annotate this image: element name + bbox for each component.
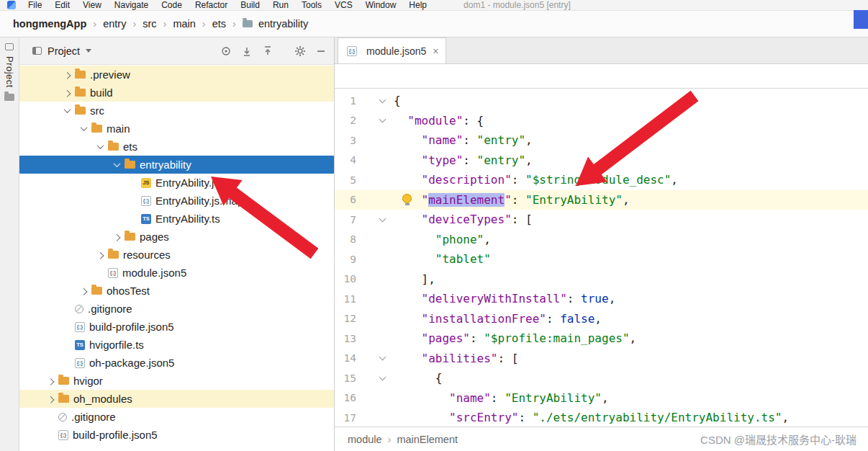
code-line-8[interactable]: 8 "phone", xyxy=(335,230,868,250)
line-number[interactable]: 4 xyxy=(335,154,356,166)
line-number[interactable]: 11 xyxy=(335,293,356,305)
fold-marker-icon[interactable] xyxy=(379,96,386,103)
code-line-11[interactable]: 11 "deliveryWithInstall": true, xyxy=(335,289,868,309)
intention-bulb-icon[interactable] xyxy=(402,194,412,203)
breadcrumb-item-hongmengapp[interactable]: hongmengApp xyxy=(12,18,88,30)
chevron-right-icon[interactable] xyxy=(45,396,57,401)
chevron-right-icon[interactable] xyxy=(94,252,107,257)
tree-item-hvigorfile-ts[interactable]: TShvigorfile.ts xyxy=(19,336,334,354)
code-line-4[interactable]: 4 "type": "entry", xyxy=(335,151,868,171)
line-number[interactable]: 16 xyxy=(335,392,356,403)
menu-item-edit[interactable]: Edit xyxy=(48,0,76,10)
tree-item-resources[interactable]: resources xyxy=(19,246,334,264)
menu-item-code[interactable]: Code xyxy=(155,0,189,10)
tree-item-src[interactable]: src xyxy=(19,102,334,120)
line-number[interactable]: 1 xyxy=(335,95,356,107)
line-number[interactable]: 12 xyxy=(335,313,356,324)
chevron-right-icon[interactable] xyxy=(45,378,57,383)
tree-item-oh-modules[interactable]: oh_modules xyxy=(19,390,334,408)
fold-marker-icon[interactable] xyxy=(379,354,386,361)
fold-marker-icon[interactable] xyxy=(379,116,386,123)
code-line-13[interactable]: 13 "pages": "$profile:main_pages", xyxy=(335,329,868,349)
fold-marker-icon[interactable] xyxy=(379,215,386,222)
line-number[interactable]: 3 xyxy=(335,135,356,146)
code-line-10[interactable]: 10 ], xyxy=(335,269,868,290)
code-line-3[interactable]: 3 "name": "entry", xyxy=(335,130,868,151)
tree-item-entryability-js-map[interactable]: {;}EntryAbility.js.map xyxy=(19,192,334,210)
tree-item-ets[interactable]: ets xyxy=(19,138,334,156)
menu-item-run[interactable]: Run xyxy=(266,0,295,10)
chevron-right-icon[interactable] xyxy=(111,234,123,239)
tree-item-main[interactable]: main xyxy=(19,120,334,138)
tree-item-entryability[interactable]: entryability xyxy=(19,156,334,174)
chevron-right-icon[interactable] xyxy=(78,288,90,293)
chevron-right-icon[interactable] xyxy=(61,90,73,95)
tree-item-build-profile-json5[interactable]: {;}build-profile.json5 xyxy=(19,318,334,336)
menu-item-help[interactable]: Help xyxy=(402,0,433,10)
code-line-14[interactable]: 14 "abilities": [ xyxy=(335,349,868,369)
menu-item-navigate[interactable]: Navigate xyxy=(108,0,155,10)
tree-item-build[interactable]: build xyxy=(19,84,334,102)
code-line-16[interactable]: 16 "name": "EntryAbility", xyxy=(335,388,868,408)
tree-item-build-profile-json5[interactable]: {;}build-profile.json5 xyxy=(19,426,334,444)
code-line-15[interactable]: 15 { xyxy=(335,368,868,388)
line-number[interactable]: 17 xyxy=(335,412,356,424)
line-number[interactable]: 8 xyxy=(335,233,356,245)
tree-item-pages[interactable]: pages xyxy=(19,228,334,246)
code-line-1[interactable]: 1{ xyxy=(335,91,868,111)
line-number[interactable]: 15 xyxy=(335,372,356,384)
code-line-6[interactable]: 6 "mainElement": "EntryAbility", xyxy=(335,190,868,210)
breadcrumb-item-main[interactable]: main xyxy=(171,18,196,30)
line-number[interactable]: 7 xyxy=(335,214,356,226)
settings-icon[interactable] xyxy=(294,45,306,57)
code-line-5[interactable]: 5 "description": "$string:module_desc", xyxy=(335,170,868,190)
close-icon[interactable]: × xyxy=(433,45,438,57)
tree-item-oh-package-json5[interactable]: {;}oh-package.json5 xyxy=(19,354,334,372)
tree-item-ohostest[interactable]: ohosTest xyxy=(19,282,334,300)
select-opened-file-icon[interactable] xyxy=(220,45,232,57)
code-line-9[interactable]: 9 "tablet" xyxy=(335,249,868,269)
menu-item-window[interactable]: Window xyxy=(359,0,403,10)
chevron-down-icon[interactable] xyxy=(111,162,123,167)
line-number[interactable]: 6 xyxy=(335,194,356,205)
menu-item-vcs[interactable]: VCS xyxy=(328,0,359,10)
tree-item-entryability-js[interactable]: JSEntryAbility.js xyxy=(19,174,334,192)
line-number[interactable]: 10 xyxy=(335,273,356,285)
line-number[interactable]: 14 xyxy=(335,352,356,364)
chevron-down-icon[interactable] xyxy=(61,108,73,113)
code-line-7[interactable]: 7 "deviceTypes": [ xyxy=(335,210,868,230)
breadcrumb-item-entry[interactable]: entry xyxy=(101,18,127,30)
tree-item--gitignore[interactable]: .gitignore xyxy=(19,408,334,426)
chevron-down-icon[interactable] xyxy=(94,144,107,149)
expand-all-icon[interactable] xyxy=(240,45,253,57)
project-panel-title[interactable]: Project xyxy=(48,45,80,57)
line-number[interactable]: 5 xyxy=(335,174,356,186)
collapse-all-icon[interactable] xyxy=(261,45,273,57)
breadcrumb-item-ets[interactable]: ets xyxy=(211,18,227,30)
tree-item-entryability-ts[interactable]: TSEntryAbility.ts xyxy=(19,210,334,228)
tree-item--gitignore[interactable]: .gitignore xyxy=(19,300,334,318)
tree-item-hvigor[interactable]: hvigor xyxy=(19,372,334,390)
menu-item-view[interactable]: View xyxy=(76,0,108,10)
menu-item-tools[interactable]: Tools xyxy=(295,0,328,10)
tool-strip-project-tab[interactable]: Project xyxy=(4,56,15,88)
tree-item--preview[interactable]: .preview xyxy=(19,66,334,84)
status-breadcrumb-module[interactable]: module xyxy=(348,434,382,445)
chevron-down-icon[interactable] xyxy=(86,49,91,53)
menu-item-file[interactable]: File xyxy=(22,0,48,10)
line-number[interactable]: 9 xyxy=(335,254,356,265)
breadcrumb-item-src[interactable]: src xyxy=(141,18,158,30)
hide-icon[interactable] xyxy=(315,45,327,57)
tab-module-json5[interactable]: {;} module.json5 × xyxy=(338,37,446,63)
line-number[interactable]: 2 xyxy=(335,115,356,126)
breadcrumb-item-entryability[interactable]: entryability xyxy=(257,18,309,30)
chevron-right-icon[interactable] xyxy=(61,72,73,77)
line-number[interactable]: 13 xyxy=(335,333,356,344)
menu-item-refactor[interactable]: Refactor xyxy=(189,0,234,10)
chevron-down-icon[interactable] xyxy=(78,126,90,131)
menu-item-build[interactable]: Build xyxy=(234,0,266,10)
project-tool-window-icon[interactable] xyxy=(5,43,14,50)
code-area[interactable]: 1{2 "module": {3 "name": "entry",4 "type… xyxy=(335,89,868,427)
status-breadcrumb-mainelement[interactable]: mainElement xyxy=(397,434,458,445)
tree-item-module-json5[interactable]: {;}module.json5 xyxy=(19,264,334,282)
